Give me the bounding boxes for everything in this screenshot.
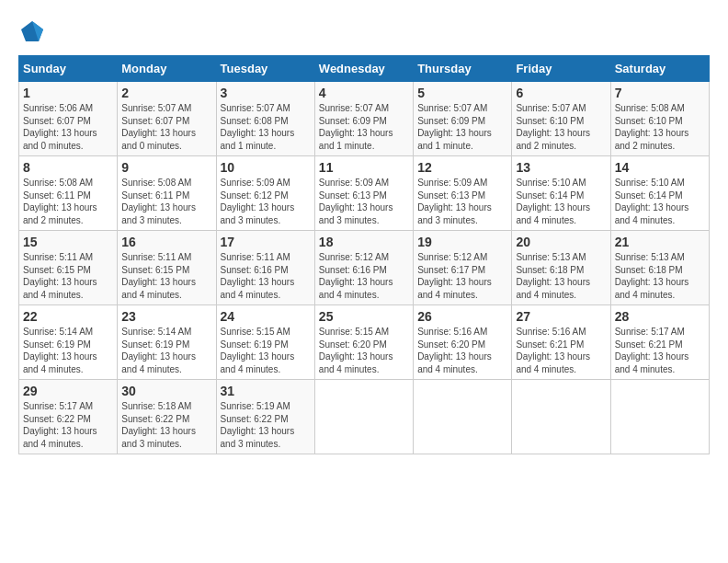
calendar-cell: 15 Sunrise: 5:11 AMSunset: 6:15 PMDaylig… (19, 231, 118, 305)
header-wednesday: Wednesday (314, 56, 413, 82)
day-info: Sunrise: 5:19 AMSunset: 6:22 PMDaylight:… (221, 401, 295, 449)
header-row: SundayMondayTuesdayWednesdayThursdayFrid… (19, 56, 710, 82)
day-info: Sunrise: 5:09 AMSunset: 6:13 PMDaylight:… (417, 178, 492, 225)
day-info: Sunrise: 5:08 AMSunset: 6:10 PMDaylight:… (615, 103, 689, 151)
calendar-cell: 27 Sunrise: 5:16 AMSunset: 6:21 PMDaylig… (512, 305, 610, 380)
calendar-cell: 28 Sunrise: 5:17 AMSunset: 6:21 PMDaylig… (610, 305, 709, 380)
header-sunday: Sunday (19, 56, 118, 82)
day-info: Sunrise: 5:09 AMSunset: 6:12 PMDaylight:… (221, 178, 295, 225)
day-number: 14 (615, 160, 705, 175)
day-number: 8 (23, 160, 113, 175)
day-info: Sunrise: 5:15 AMSunset: 6:20 PMDaylight:… (319, 327, 393, 374)
day-info: Sunrise: 5:10 AMSunset: 6:14 PMDaylight:… (615, 178, 689, 225)
day-info: Sunrise: 5:16 AMSunset: 6:20 PMDaylight:… (417, 327, 492, 374)
day-info: Sunrise: 5:12 AMSunset: 6:16 PMDaylight:… (319, 252, 393, 300)
day-number: 13 (516, 160, 606, 175)
day-info: Sunrise: 5:16 AMSunset: 6:21 PMDaylight:… (516, 327, 590, 374)
calendar-cell (314, 380, 413, 454)
calendar-cell: 3 Sunrise: 5:07 AMSunset: 6:08 PMDayligh… (216, 82, 314, 156)
day-number: 5 (417, 86, 507, 100)
calendar-cell: 2 Sunrise: 5:07 AMSunset: 6:07 PMDayligh… (118, 82, 216, 156)
day-info: Sunrise: 5:09 AMSunset: 6:13 PMDaylight:… (319, 178, 393, 225)
calendar-cell: 4 Sunrise: 5:07 AMSunset: 6:09 PMDayligh… (314, 82, 413, 156)
calendar-cell: 5 Sunrise: 5:07 AMSunset: 6:09 PMDayligh… (414, 82, 512, 156)
day-number: 12 (417, 160, 507, 175)
header-saturday: Saturday (610, 56, 709, 82)
day-info: Sunrise: 5:07 AMSunset: 6:09 PMDaylight:… (319, 103, 393, 151)
day-number: 3 (221, 86, 311, 100)
day-info: Sunrise: 5:18 AMSunset: 6:22 PMDaylight:… (121, 401, 196, 449)
calendar-cell: 7 Sunrise: 5:08 AMSunset: 6:10 PMDayligh… (610, 82, 709, 156)
calendar-cell: 29 Sunrise: 5:17 AMSunset: 6:22 PMDaylig… (19, 380, 118, 454)
day-info: Sunrise: 5:13 AMSunset: 6:18 PMDaylight:… (516, 252, 590, 300)
day-info: Sunrise: 5:10 AMSunset: 6:14 PMDaylight:… (516, 178, 590, 225)
day-info: Sunrise: 5:07 AMSunset: 6:10 PMDaylight:… (516, 103, 590, 151)
day-number: 30 (121, 384, 211, 398)
logo-icon (18, 18, 46, 46)
day-number: 26 (417, 309, 507, 324)
day-info: Sunrise: 5:11 AMSunset: 6:15 PMDaylight:… (121, 252, 196, 300)
day-number: 25 (319, 309, 409, 324)
day-info: Sunrise: 5:12 AMSunset: 6:17 PMDaylight:… (417, 252, 492, 300)
day-number: 21 (615, 235, 705, 249)
calendar-cell: 8 Sunrise: 5:08 AMSunset: 6:11 PMDayligh… (19, 156, 118, 231)
calendar-cell (512, 380, 610, 454)
calendar-cell: 13 Sunrise: 5:10 AMSunset: 6:14 PMDaylig… (512, 156, 610, 231)
calendar-header: SundayMondayTuesdayWednesdayThursdayFrid… (19, 56, 710, 82)
day-number: 9 (121, 160, 211, 175)
day-info: Sunrise: 5:11 AMSunset: 6:15 PMDaylight:… (23, 252, 97, 300)
day-info: Sunrise: 5:13 AMSunset: 6:18 PMDaylight:… (615, 252, 689, 300)
calendar-cell: 23 Sunrise: 5:14 AMSunset: 6:19 PMDaylig… (118, 305, 216, 380)
day-number: 19 (417, 235, 507, 249)
day-info: Sunrise: 5:07 AMSunset: 6:09 PMDaylight:… (417, 103, 492, 151)
calendar-cell: 9 Sunrise: 5:08 AMSunset: 6:11 PMDayligh… (118, 156, 216, 231)
day-number: 2 (121, 86, 211, 100)
calendar-cell: 19 Sunrise: 5:12 AMSunset: 6:17 PMDaylig… (414, 231, 512, 305)
calendar-cell: 18 Sunrise: 5:12 AMSunset: 6:16 PMDaylig… (314, 231, 413, 305)
day-info: Sunrise: 5:17 AMSunset: 6:22 PMDaylight:… (23, 401, 97, 449)
day-number: 11 (319, 160, 409, 175)
day-info: Sunrise: 5:11 AMSunset: 6:16 PMDaylight:… (221, 252, 295, 300)
calendar-cell: 22 Sunrise: 5:14 AMSunset: 6:19 PMDaylig… (19, 305, 118, 380)
calendar-table: SundayMondayTuesdayWednesdayThursdayFrid… (18, 55, 710, 454)
page-header (18, 18, 710, 46)
day-number: 22 (23, 309, 113, 324)
day-number: 17 (221, 235, 311, 249)
day-number: 29 (23, 384, 113, 398)
calendar-week-2: 8 Sunrise: 5:08 AMSunset: 6:11 PMDayligh… (19, 156, 710, 231)
day-number: 27 (516, 309, 606, 324)
day-number: 28 (615, 309, 705, 324)
day-info: Sunrise: 5:06 AMSunset: 6:07 PMDaylight:… (23, 103, 97, 151)
day-number: 31 (221, 384, 311, 398)
day-number: 4 (319, 86, 409, 100)
calendar-cell: 16 Sunrise: 5:11 AMSunset: 6:15 PMDaylig… (118, 231, 216, 305)
calendar-cell: 1 Sunrise: 5:06 AMSunset: 6:07 PMDayligh… (19, 82, 118, 156)
calendar-cell: 30 Sunrise: 5:18 AMSunset: 6:22 PMDaylig… (118, 380, 216, 454)
calendar-cell: 25 Sunrise: 5:15 AMSunset: 6:20 PMDaylig… (314, 305, 413, 380)
calendar-cell: 11 Sunrise: 5:09 AMSunset: 6:13 PMDaylig… (314, 156, 413, 231)
day-info: Sunrise: 5:08 AMSunset: 6:11 PMDaylight:… (121, 178, 196, 225)
calendar-cell: 10 Sunrise: 5:09 AMSunset: 6:12 PMDaylig… (216, 156, 314, 231)
calendar-cell: 21 Sunrise: 5:13 AMSunset: 6:18 PMDaylig… (610, 231, 709, 305)
calendar-cell: 17 Sunrise: 5:11 AMSunset: 6:16 PMDaylig… (216, 231, 314, 305)
day-number: 20 (516, 235, 606, 249)
calendar-cell (414, 380, 512, 454)
calendar-week-1: 1 Sunrise: 5:06 AMSunset: 6:07 PMDayligh… (19, 82, 710, 156)
header-friday: Friday (512, 56, 610, 82)
day-number: 1 (23, 86, 113, 100)
day-number: 24 (221, 309, 311, 324)
day-number: 7 (615, 86, 705, 100)
calendar-week-4: 22 Sunrise: 5:14 AMSunset: 6:19 PMDaylig… (19, 305, 710, 380)
calendar-body: 1 Sunrise: 5:06 AMSunset: 6:07 PMDayligh… (19, 82, 710, 454)
logo (18, 18, 50, 46)
calendar-cell: 24 Sunrise: 5:15 AMSunset: 6:19 PMDaylig… (216, 305, 314, 380)
day-info: Sunrise: 5:08 AMSunset: 6:11 PMDaylight:… (23, 178, 97, 225)
header-tuesday: Tuesday (216, 56, 314, 82)
day-info: Sunrise: 5:17 AMSunset: 6:21 PMDaylight:… (615, 327, 689, 374)
calendar-cell: 12 Sunrise: 5:09 AMSunset: 6:13 PMDaylig… (414, 156, 512, 231)
day-number: 15 (23, 235, 113, 249)
day-number: 23 (121, 309, 211, 324)
day-info: Sunrise: 5:07 AMSunset: 6:07 PMDaylight:… (121, 103, 196, 151)
day-info: Sunrise: 5:14 AMSunset: 6:19 PMDaylight:… (121, 327, 196, 374)
header-monday: Monday (118, 56, 216, 82)
